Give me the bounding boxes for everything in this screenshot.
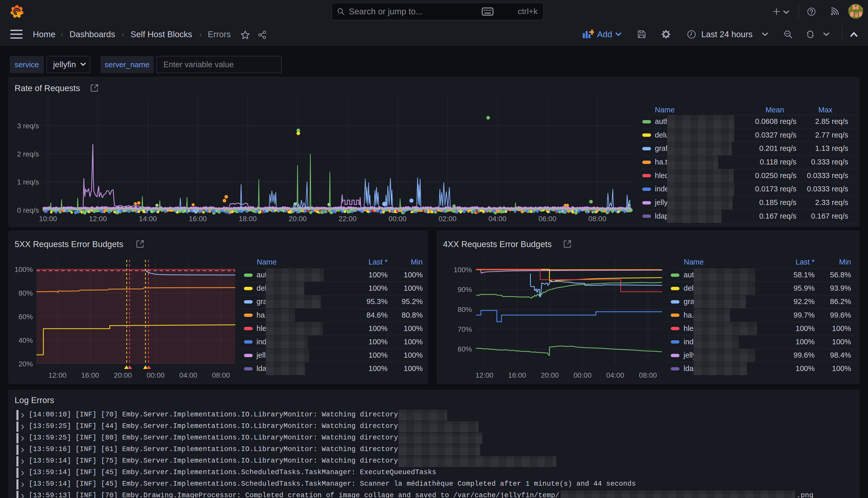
svg-text:2 req/s: 2 req/s [17, 150, 39, 158]
svg-text:02:00: 02:00 [439, 215, 457, 223]
svg-text:80%: 80% [18, 289, 33, 297]
svg-text:12:00: 12:00 [89, 215, 107, 223]
svg-text:70%: 70% [458, 325, 472, 333]
svg-text:22:00: 22:00 [338, 215, 357, 223]
svg-text:08:00: 08:00 [639, 371, 657, 379]
svg-text:0 req/s: 0 req/s [17, 206, 39, 214]
svg-text:14:00: 14:00 [139, 215, 157, 223]
svg-text:08:00: 08:00 [212, 371, 230, 379]
svg-text:18:00: 18:00 [239, 215, 257, 223]
svg-text:90%: 90% [458, 286, 472, 293]
svg-text:00:00: 00:00 [389, 215, 406, 223]
svg-text:16:00: 16:00 [508, 371, 526, 379]
svg-text:12:00: 12:00 [49, 371, 66, 379]
svg-text:100%: 100% [454, 266, 472, 274]
svg-text:06:00: 06:00 [538, 215, 556, 223]
svg-text:20:00: 20:00 [541, 371, 559, 379]
svg-text:3 req/s: 3 req/s [17, 122, 39, 130]
svg-text:16:00: 16:00 [189, 215, 207, 223]
svg-text:20%: 20% [18, 360, 33, 368]
svg-text:20:00: 20:00 [114, 371, 132, 379]
svg-text:40%: 40% [18, 336, 33, 344]
svg-text:80%: 80% [458, 305, 472, 314]
svg-text:00:00: 00:00 [574, 371, 591, 379]
svg-text:60%: 60% [458, 345, 472, 353]
svg-text:16:00: 16:00 [81, 371, 99, 379]
svg-text:20:00: 20:00 [289, 215, 307, 223]
svg-text:60%: 60% [18, 313, 33, 321]
svg-text:04:00: 04:00 [489, 215, 506, 223]
svg-text:100%: 100% [14, 265, 33, 274]
svg-text:04:00: 04:00 [179, 371, 197, 379]
svg-text:10:00: 10:00 [39, 215, 57, 223]
svg-text:04:00: 04:00 [606, 371, 624, 379]
svg-text:08:00: 08:00 [588, 215, 606, 223]
svg-text:00:00: 00:00 [146, 371, 164, 379]
svg-text:1 req/s: 1 req/s [17, 178, 39, 186]
svg-text:12:00: 12:00 [475, 371, 493, 379]
